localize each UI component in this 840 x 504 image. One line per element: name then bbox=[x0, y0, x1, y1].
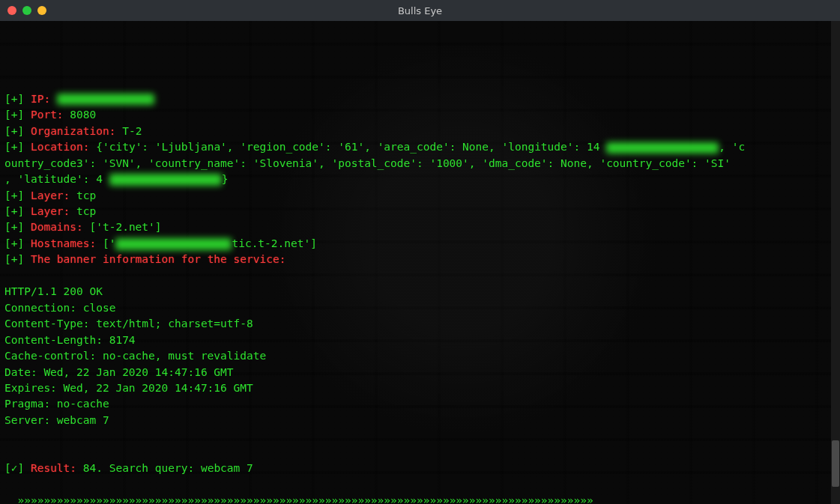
prefix: [+] bbox=[4, 221, 24, 233]
layer-label: Layer: bbox=[31, 205, 70, 217]
window-titlebar: Bulls Eye bbox=[0, 0, 840, 21]
minimize-button[interactable] bbox=[22, 6, 31, 15]
hostnames-tail: tic.t-2.net'] bbox=[232, 237, 317, 249]
location-part1-tail: , 'c bbox=[719, 141, 745, 153]
prefix: [+] bbox=[4, 141, 24, 153]
banner-line: Expires: Wed, 22 Jan 2020 14:47:16 GMT bbox=[4, 382, 253, 394]
prefix: [+] bbox=[4, 189, 24, 201]
prefix: [+] bbox=[4, 205, 24, 217]
domains-label: Domains: bbox=[31, 221, 83, 233]
port-label: Port: bbox=[31, 109, 64, 121]
banner-label: The banner information for the service: bbox=[31, 253, 285, 265]
banner-line: Cache-control: no-cache, must revalidate bbox=[4, 350, 266, 362]
layer-value: tcp bbox=[76, 189, 96, 201]
org-label: Organization: bbox=[31, 125, 116, 137]
longitude-redacted bbox=[606, 142, 719, 154]
latitude-redacted bbox=[109, 174, 222, 185]
divider: »»»»»»»»»»»»»»»»»»»»»»»»»»»»»»»»»»»»»»»»… bbox=[4, 494, 593, 504]
layer-value: tcp bbox=[76, 205, 96, 217]
hostnames-open: [' bbox=[103, 237, 115, 249]
org-value: T-2 bbox=[122, 125, 142, 137]
hostnames-label: Hostnames: bbox=[31, 237, 96, 249]
banner-line: Content-Type: text/html; charset=utf-8 bbox=[4, 318, 253, 330]
terminal-content: [+] IP: [+] Port: 8080 [+] Organization:… bbox=[4, 75, 836, 504]
domains-value: ['t-2.net'] bbox=[90, 221, 162, 233]
location-line2: ountry_code3': 'SVN', 'country_name': 'S… bbox=[4, 157, 731, 169]
location-part1: {'city': 'Ljubljana', 'region_code': '61… bbox=[96, 141, 599, 153]
prefix: [+] bbox=[4, 109, 24, 121]
ip-redacted bbox=[57, 94, 154, 105]
close-button[interactable] bbox=[7, 6, 16, 15]
prefix: [+] bbox=[4, 125, 24, 137]
location-label: Location: bbox=[31, 141, 90, 153]
layer-label: Layer: bbox=[31, 189, 70, 201]
banner-line: Connection: close bbox=[4, 302, 115, 314]
prefix: [+] bbox=[4, 237, 24, 249]
banner-line: Pragma: no-cache bbox=[4, 398, 109, 410]
maximize-button[interactable] bbox=[37, 6, 46, 15]
banner-line: Content-Length: 8174 bbox=[4, 334, 136, 346]
result-label: Result: bbox=[31, 462, 76, 474]
banner-line: Date: Wed, 22 Jan 2020 14:47:16 GMT bbox=[4, 366, 234, 378]
terminal[interactable]: [+] IP: [+] Port: 8080 [+] Organization:… bbox=[0, 21, 840, 504]
banner-line: Server: webcam 7 bbox=[4, 414, 109, 426]
hostname-redacted bbox=[115, 238, 232, 249]
banner-line: HTTP/1.1 200 OK bbox=[4, 285, 103, 297]
location-line3-head: , 'latitude': 4 bbox=[4, 173, 103, 185]
ip-label: IP: bbox=[31, 93, 50, 105]
traffic-lights bbox=[0, 6, 46, 15]
window-title: Bulls Eye bbox=[398, 5, 442, 16]
check-prefix: [✓] bbox=[4, 462, 24, 474]
result-value: 84. Search query: webcam 7 bbox=[83, 462, 253, 474]
prefix: [+] bbox=[4, 93, 24, 105]
port-value: 8080 bbox=[70, 109, 96, 121]
location-line3-tail: } bbox=[222, 173, 229, 185]
prefix: [+] bbox=[4, 253, 24, 265]
